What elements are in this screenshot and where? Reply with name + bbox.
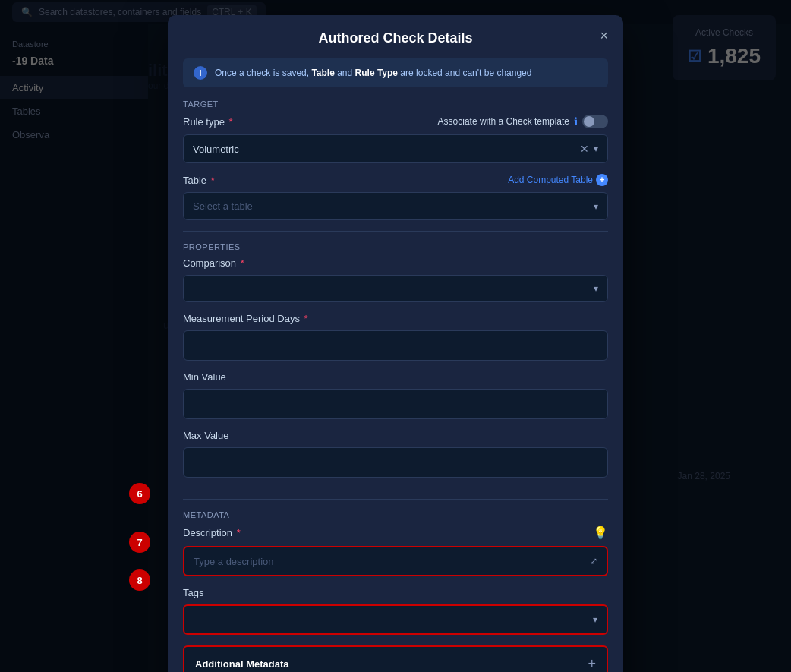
rule-type-value: Volumetric [193, 144, 239, 155]
measurement-input[interactable] [183, 330, 608, 361]
additional-plus-button[interactable]: + [588, 656, 596, 672]
table-chevron-icon: ▾ [594, 201, 598, 212]
min-value-label: Min Value [183, 371, 608, 383]
bulb-icon: 💡 [593, 525, 608, 540]
add-computed-icon: + [596, 174, 608, 186]
step-6-badge: 6 [129, 483, 150, 504]
info-icon: i [194, 66, 207, 80]
modal-body: Target Rule type * Associate with a Chec… [168, 99, 623, 672]
description-required: * [237, 527, 241, 538]
table-field-row: Table * Add Computed Table + [183, 174, 608, 186]
comparison-select[interactable]: ▾ [183, 275, 608, 302]
table-label: Table * [183, 175, 215, 186]
properties-label: Properties [183, 242, 608, 251]
table-select[interactable]: Select a table ▾ [183, 192, 608, 220]
close-button[interactable]: × [600, 29, 608, 43]
modal-header: Authored Check Details × [168, 15, 623, 58]
info-text: Once a check is saved, Table and Rule Ty… [215, 68, 531, 78]
max-value-input[interactable] [183, 447, 608, 478]
modal-dialog: Authored Check Details × i Once a check … [168, 15, 623, 672]
chevron-down-icon: ▾ [594, 144, 598, 154]
description-placeholder: Type a description [194, 556, 274, 567]
metadata-section: Metadata Description * 💡 Type a descript… [183, 499, 608, 672]
comparison-label: Comparison * [183, 257, 608, 269]
table-placeholder: Select a table [193, 200, 253, 212]
associate-label: Associate with a Check template ℹ [438, 115, 608, 128]
step-7-badge: 7 [129, 532, 150, 553]
rule-type-required: * [229, 116, 233, 128]
info-banner: i Once a check is saved, Table and Rule … [183, 58, 608, 87]
rule-type-select[interactable]: Volumetric ✕ ▾ [183, 134, 608, 163]
tags-label: Tags [183, 587, 608, 598]
step-8-badge: 8 [129, 569, 150, 591]
table-required: * [211, 175, 215, 186]
associate-toggle[interactable] [582, 115, 608, 128]
tags-field[interactable]: ▾ [183, 604, 608, 635]
tags-chevron-icon: ▾ [593, 614, 597, 625]
expand-icon: ⤢ [590, 556, 597, 566]
rule-type-label: Rule type * [183, 116, 233, 128]
target-section-label: Target [183, 99, 608, 109]
description-field[interactable]: Type a description ⤢ [183, 546, 608, 576]
target-section: Target Rule type * Associate with a Chec… [183, 99, 608, 220]
add-computed-table[interactable]: Add Computed Table + [508, 174, 608, 186]
description-label: Description * [183, 527, 241, 538]
description-header: Description * 💡 [183, 525, 608, 540]
additional-header: Additional Metadata + [195, 656, 596, 672]
additional-title: Additional Metadata [195, 658, 289, 670]
modal-title: Authored Check Details [318, 30, 472, 46]
additional-metadata: Additional Metadata + Enhance the check … [183, 645, 608, 672]
comparison-required: * [241, 257, 244, 269]
min-value-input[interactable] [183, 389, 608, 419]
comparison-chevron-icon: ▾ [594, 283, 598, 294]
measurement-label: Measurement Period Days * [183, 313, 608, 324]
measurement-required: * [304, 313, 308, 324]
properties-section: Properties Comparison * ▾ Measurement Pe… [183, 231, 608, 488]
max-value-label: Max Value [183, 430, 608, 441]
rule-type-row: Rule type * Associate with a Check templ… [183, 115, 608, 128]
select-icons: ✕ ▾ [580, 143, 598, 155]
clear-icon[interactable]: ✕ [580, 143, 589, 155]
metadata-section-label: Metadata [183, 510, 608, 519]
info-circle-icon: ℹ [574, 115, 578, 128]
